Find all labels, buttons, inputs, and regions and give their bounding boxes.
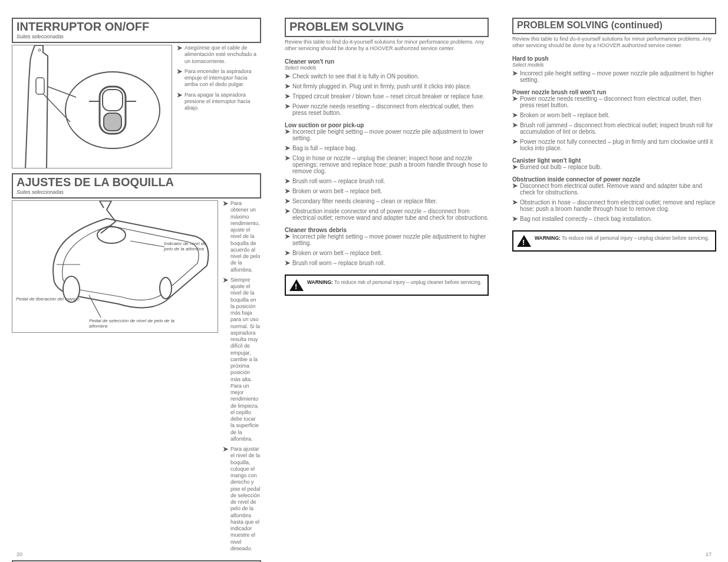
list-item: ➤Not firmly plugged in. Plug unit in fir… <box>285 83 489 90</box>
bullet-icon: ➤ <box>223 200 228 273</box>
list-item: ➤Secondary filter needs cleaning – clean… <box>285 198 489 204</box>
section-header-problem: PROBLEM SOLVING <box>285 18 489 37</box>
section-header-switch: INTERRUPTOR ON/OFF Suites seleccionadas <box>12 18 261 43</box>
warning-text: WARNING: To reduce risk of personal inju… <box>535 235 709 247</box>
bullet-icon: ➤ <box>177 92 182 112</box>
group-heading: Cleaner won't run <box>285 58 489 65</box>
bullet-icon: ➤ <box>285 83 290 90</box>
warning-box: WARNING: To reduce risk of personal inju… <box>285 275 489 296</box>
list-item: ➤Broken or worn belt – replace belt. <box>285 188 489 194</box>
section-title: PROBLEM SOLVING (continued) <box>517 20 711 31</box>
bullet-icon: ➤ <box>512 164 518 170</box>
list-item: ➤Para encender la aspiradora empuje el i… <box>177 68 261 88</box>
bullet-icon: ➤ <box>285 188 290 194</box>
list-item: ➤Tripped circuit breaker / blown fuse – … <box>285 93 489 100</box>
page-number-left: 20 <box>17 551 22 557</box>
list-item: ➤Power nozzle not fully connected – plug… <box>512 138 716 151</box>
nozzle-bullets: ➤Para obtener un máximo rendimiento, aju… <box>223 200 261 556</box>
bullet-icon: ➤ <box>285 103 290 116</box>
list-item: ➤Disconnect from electrical outlet. Remo… <box>512 183 716 196</box>
column-right: PROBLEM SOLVING (continued) Review this … <box>512 18 716 562</box>
svg-rect-1 <box>36 78 44 94</box>
callout-indicator: Indicator de nivel de pelo de la alfombr… <box>164 241 214 252</box>
group-sub: Select models <box>512 62 716 68</box>
bullet-icon: ➤ <box>285 93 290 100</box>
bullet-icon: ➤ <box>285 128 290 141</box>
list-item: ➤Power nozzle needs resetting – disconne… <box>285 103 489 116</box>
list-item: ➤Para ajustar el nivel de la boquilla, c… <box>223 446 261 552</box>
svg-point-0 <box>38 49 41 51</box>
intro-text: Review this table to find do-it-yourself… <box>285 39 489 52</box>
list-item: ➤Asegúrese que el cable de alimentación … <box>177 45 261 65</box>
list-item: ➤Incorrect pile height setting – move po… <box>512 70 716 83</box>
section-title: INTERRUPTOR ON/OFF <box>17 20 256 34</box>
bullet-icon: ➤ <box>512 112 518 118</box>
bullet-icon: ➤ <box>285 250 290 256</box>
bullet-icon: ➤ <box>512 95 518 108</box>
column-middle: PROBLEM SOLVING Review this table to fin… <box>285 18 489 562</box>
list-item: ➤Burned out bulb – replace bulb. <box>512 164 716 170</box>
section-header-nozzle: AJUSTES DE LA BOQUILLA Suites selecciona… <box>12 173 261 199</box>
svg-point-11 <box>160 277 172 299</box>
column-left: INTERRUPTOR ON/OFF Suites seleccionadas <box>12 18 261 562</box>
list-item: ➤Broken or worn belt – replace belt. <box>285 250 489 256</box>
bullet-icon: ➤ <box>285 233 290 246</box>
list-item: ➤Incorrect pile height setting – move po… <box>285 233 489 246</box>
bullet-icon: ➤ <box>512 199 518 212</box>
list-item: ➤Bag is full – replace bag. <box>285 145 489 151</box>
nozzle-row: Indicator de nivel de pelo de la alfombr… <box>12 200 261 556</box>
page-number-right: 17 <box>706 551 711 557</box>
list-item: ➤Check switch to see that it is fully in… <box>285 73 489 80</box>
group-heading: Power nozzle brush roll won't run <box>512 89 716 95</box>
bullet-icon: ➤ <box>223 277 228 442</box>
list-item: ➤Incorrect pile height setting – move po… <box>285 128 489 141</box>
list-item: ➤Siempre ajuste el nivel de la boquilla … <box>223 277 261 442</box>
list-item: ➤Clog in hose or nozzle – unplug the cle… <box>285 155 489 174</box>
bullet-icon: ➤ <box>177 68 182 88</box>
svg-rect-5 <box>104 113 121 131</box>
bullet-icon: ➤ <box>512 138 518 151</box>
bullet-icon: ➤ <box>512 70 518 83</box>
bullet-icon: ➤ <box>285 198 290 204</box>
section-title: PROBLEM SOLVING <box>289 20 484 34</box>
svg-point-12 <box>97 227 126 243</box>
switch-illustration <box>12 45 172 168</box>
bullet-icon: ➤ <box>177 45 182 65</box>
group-heading: Low suction or poor pick-up <box>285 122 489 128</box>
warning-icon <box>289 279 304 291</box>
list-item: ➤Para obtener un máximo rendimiento, aju… <box>223 200 261 273</box>
power-nozzle-icon <box>12 201 218 333</box>
warning-icon <box>517 235 531 247</box>
bullet-icon: ➤ <box>285 155 290 174</box>
nozzle-illustration: Indicator de nivel de pelo de la alfombr… <box>12 200 218 333</box>
list-item: ➤Obstruction inside connector end of pow… <box>285 208 489 221</box>
list-item: ➤Brush roll worn – replace brush roll. <box>285 178 489 184</box>
list-item: ➤Obstruction in hose – disconnect from e… <box>512 199 716 212</box>
bullet-icon: ➤ <box>285 208 290 221</box>
group-heading: Canister light won't light <box>512 157 716 164</box>
list-item: ➤Brush roll worn – replace brush roll. <box>285 260 489 266</box>
group-heading: Hard to push <box>512 55 716 62</box>
warning-text: WARNING: To reduce risk of personal inju… <box>307 279 482 291</box>
list-item: ➤Power nozzle needs resetting – disconne… <box>512 95 716 108</box>
svg-line-13 <box>130 241 164 247</box>
group-sub: Select models <box>285 65 489 71</box>
group-heading: Obstruction inside connector of power no… <box>512 176 716 183</box>
section-subtitle: Suites seleccionadas <box>17 189 256 195</box>
bullet-icon: ➤ <box>512 183 518 196</box>
switch-bullets: ➤Asegúrese que el cable de alimentación … <box>177 45 261 168</box>
bullet-icon: ➤ <box>512 122 518 135</box>
callout-release-pedal: Pedal de liberación del mango <box>16 296 81 302</box>
list-item: ➤Para apagar la aspiradora presione el i… <box>177 92 261 112</box>
bullet-icon: ➤ <box>285 178 290 184</box>
list-item: ➤Brush roll jammed – disconnect from ele… <box>512 122 716 135</box>
switch-row: ➤Asegúrese que el cable de alimentación … <box>12 45 261 168</box>
bullet-icon: ➤ <box>285 145 290 151</box>
callout-select-pedal: Pedal de selección de nivel de pelo de l… <box>89 318 177 329</box>
list-item: ➤Broken or worn belt – replace belt. <box>512 112 716 118</box>
section-header-problem-cont: PROBLEM SOLVING (continued) <box>512 18 716 34</box>
intro-text: Review this table to find do-it-yourself… <box>512 36 716 49</box>
section-title: AJUSTES DE LA BOQUILLA <box>17 176 256 189</box>
bullet-icon: ➤ <box>285 73 290 80</box>
svg-line-15 <box>89 295 101 318</box>
